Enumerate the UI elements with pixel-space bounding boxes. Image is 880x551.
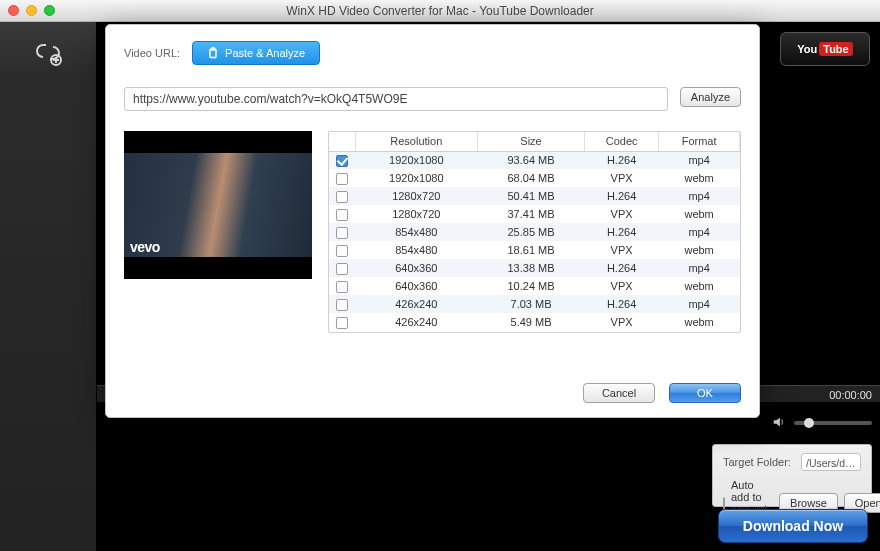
cell-codec: VPX [584,277,658,295]
cell-size: 18.61 MB [478,241,585,259]
video-url-label: Video URL: [124,47,180,59]
table-row[interactable]: 1280x72050.41 MBH.264mp4 [329,187,740,205]
cell-resolution: 426x240 [355,313,478,331]
table-row[interactable]: 1920x108093.64 MBH.264mp4 [329,151,740,169]
row-checkbox[interactable] [336,209,348,221]
cell-size: 25.85 MB [478,223,585,241]
minimize-icon[interactable] [26,5,37,16]
row-checkbox[interactable] [336,173,348,185]
cell-size: 68.04 MB [478,169,585,187]
cell-resolution: 1920x1080 [355,169,478,187]
col-codec[interactable]: Codec [584,132,658,151]
row-checkbox[interactable] [336,227,348,239]
target-panel: Target Folder: /Users/dinosaur/Movies/Ma… [712,444,872,507]
cell-size: 37.41 MB [478,205,585,223]
table-row[interactable]: 1920x108068.04 MBVPXwebm [329,169,740,187]
cell-format: mp4 [659,151,740,169]
cell-size: 5.49 MB [478,313,585,331]
cell-codec: VPX [584,205,658,223]
target-folder-label: Target Folder: [723,456,795,468]
paste-analyze-button[interactable]: Paste & Analyze [192,41,320,65]
cell-format: webm [659,313,740,331]
cell-size: 10.24 MB [478,277,585,295]
cell-resolution: 426x240 [355,295,478,313]
row-checkbox[interactable] [336,263,348,275]
row-checkbox[interactable] [336,155,348,167]
cell-codec: VPX [584,241,658,259]
cell-format: mp4 [659,187,740,205]
volume-slider[interactable] [794,421,872,425]
cell-size: 93.64 MB [478,151,585,169]
cell-size: 50.41 MB [478,187,585,205]
row-checkbox[interactable] [336,317,348,329]
clipboard-icon [207,47,219,59]
window-title: WinX HD Video Converter for Mac - YouTub… [0,4,880,18]
cell-resolution: 1920x1080 [355,151,478,169]
download-now-button[interactable]: Download Now [718,509,868,543]
cell-format: mp4 [659,223,740,241]
col-resolution[interactable]: Resolution [355,132,478,151]
table-row[interactable]: 854x48018.61 MBVPXwebm [329,241,740,259]
left-sidebar [0,22,97,551]
time-display: 00:00:00 [829,389,872,401]
cell-resolution: 640x360 [355,259,478,277]
traffic-lights [8,5,55,16]
table-row[interactable]: 640x36013.38 MBH.264mp4 [329,259,740,277]
formats-table[interactable]: Resolution Size Codec Format 1920x108093… [328,131,741,333]
cell-format: webm [659,205,740,223]
cell-codec: VPX [584,169,658,187]
cell-resolution: 1280x720 [355,205,478,223]
table-row[interactable]: 854x48025.85 MBH.264mp4 [329,223,740,241]
cell-format: webm [659,169,740,187]
window-titlebar: WinX HD Video Converter for Mac - YouTub… [0,0,880,22]
cell-codec: H.264 [584,223,658,241]
youtube-downloader-dialog: Video URL: Paste & Analyze Analyze vevo [105,24,760,418]
cell-codec: H.264 [584,295,658,313]
cell-resolution: 1280x720 [355,187,478,205]
paste-analyze-label: Paste & Analyze [225,47,305,59]
url-input[interactable] [124,87,668,111]
col-format[interactable]: Format [659,132,740,151]
add-link-icon[interactable] [26,30,70,74]
cell-codec: H.264 [584,187,658,205]
volume-row [772,415,872,431]
thumbnail-vevo-logo: vevo [130,239,160,255]
row-checkbox[interactable] [336,299,348,311]
cell-format: mp4 [659,295,740,313]
cell-size: 7.03 MB [478,295,585,313]
row-checkbox[interactable] [336,281,348,293]
table-row[interactable]: 640x36010.24 MBVPXwebm [329,277,740,295]
ok-button[interactable]: OK [669,383,741,403]
row-checkbox[interactable] [336,245,348,257]
youtube-badge-tube: Tube [819,42,852,56]
table-row[interactable]: 426x2407.03 MBH.264mp4 [329,295,740,313]
cell-codec: H.264 [584,151,658,169]
video-thumbnail: vevo [124,131,312,279]
cell-format: mp4 [659,259,740,277]
youtube-badge-you: You [797,43,817,55]
cell-codec: H.264 [584,259,658,277]
cell-resolution: 854x480 [355,241,478,259]
auto-add-checkbox[interactable] [723,497,725,510]
cell-resolution: 854x480 [355,223,478,241]
zoom-icon[interactable] [44,5,55,16]
speaker-icon[interactable] [772,415,786,431]
analyze-button[interactable]: Analyze [680,87,741,107]
cell-codec: VPX [584,313,658,331]
cell-format: webm [659,241,740,259]
cell-resolution: 640x360 [355,277,478,295]
close-icon[interactable] [8,5,19,16]
table-row[interactable]: 1280x72037.41 MBVPXwebm [329,205,740,223]
table-row[interactable]: 426x2405.49 MBVPXwebm [329,313,740,331]
cancel-button[interactable]: Cancel [583,383,655,403]
cell-size: 13.38 MB [478,259,585,277]
youtube-badge[interactable]: You Tube [780,32,870,66]
cell-format: webm [659,277,740,295]
row-checkbox[interactable] [336,191,348,203]
col-size[interactable]: Size [478,132,585,151]
target-folder-path[interactable]: /Users/dinosaur/Movies/Mac Video Library [801,453,861,471]
